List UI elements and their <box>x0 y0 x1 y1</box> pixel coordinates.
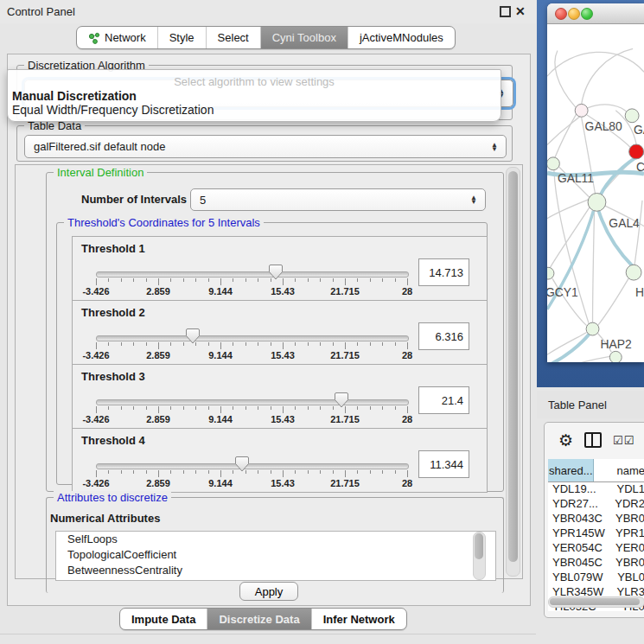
close-window-icon[interactable] <box>555 8 567 20</box>
node-label: H <box>635 285 644 299</box>
number-of-intervals-value: 5 <box>200 194 206 207</box>
numerical-attributes-label: Numerical Attributes <box>50 512 160 525</box>
tick-label: 28 <box>402 350 412 360</box>
threshold-slider-track[interactable] <box>96 271 409 277</box>
tab-label: Network <box>105 31 146 44</box>
gear-icon[interactable]: ⚙ <box>558 430 573 450</box>
tab-label: Infer Network <box>323 613 395 626</box>
settings-scrollbar[interactable] <box>506 167 520 577</box>
attributes-group: Attributes to discretize Numerical Attri… <box>46 497 504 593</box>
cell-shared-name: YBL079W <box>548 571 613 585</box>
tab-label: Discretize Data <box>219 613 299 626</box>
table-row[interactable]: YBL079WYBL0 <box>548 571 644 585</box>
node-label: GCY1 <box>547 285 578 299</box>
tick-label: 15.43 <box>271 414 295 424</box>
threshold-value-field[interactable]: 11.344 <box>418 450 469 478</box>
tab-select[interactable]: Select <box>207 27 261 48</box>
algorithm-option-equal-width-frequency-discretization[interactable]: Equal Width/Frequency Discretization <box>12 103 214 117</box>
network-node-gal11[interactable] <box>547 157 559 170</box>
cell-name: YBR0 <box>611 556 644 571</box>
table-row[interactable]: YBR045CYBR0 <box>548 556 644 571</box>
table-row[interactable]: YBR043CYBR0 <box>548 512 644 526</box>
network-node-gcy1[interactable] <box>547 267 554 279</box>
number-of-intervals-combobox[interactable]: 5 ▲▼ <box>190 188 486 211</box>
tick-label: 2.859 <box>146 414 170 424</box>
tick-label: 2.859 <box>146 350 170 360</box>
column-header-name[interactable]: name <box>594 459 644 481</box>
network-canvas[interactable]: GAL80GACGAL11GAL4GCY1HHAP2 <box>547 23 644 362</box>
threshold-value-field[interactable]: 14.713 <box>418 258 469 286</box>
checkbox-checked-icon[interactable]: ☑☑ <box>613 434 634 447</box>
network-node-h[interactable] <box>626 265 641 280</box>
table-data-group: Table Data galFiltered.sif default node … <box>16 125 513 162</box>
interval-definition-group: Interval Definition Number of Intervals … <box>46 172 504 492</box>
threshold-label: Threshold 1 <box>81 242 145 255</box>
tab-cyni-toolbox[interactable]: Cyni Toolbox <box>261 27 348 48</box>
settings-viewport: Interval Definition Number of Intervals … <box>15 164 523 579</box>
numerical-attributes-list[interactable]: SelfLoopsTopologicalCoefficientBetweenne… <box>55 531 496 581</box>
tab-label: Style <box>169 31 194 44</box>
split-columns-icon[interactable] <box>584 432 602 448</box>
network-node-hap2[interactable] <box>586 322 599 335</box>
tab-network[interactable]: Network <box>77 27 158 48</box>
attribute-item[interactable]: SelfLoops <box>56 532 495 547</box>
tab-jactivemnodules[interactable]: jActiveMNodules <box>348 27 455 48</box>
attribute-item[interactable]: BetweennessCentrality <box>56 563 495 578</box>
minimize-window-icon[interactable] <box>568 8 580 20</box>
threshold-slider-track[interactable] <box>96 399 409 405</box>
table-row[interactable]: YDL19...YDL1 <box>548 482 644 497</box>
network-window-titlebar <box>547 3 644 24</box>
network-node-gal80[interactable] <box>575 104 588 117</box>
table-row[interactable]: YPR145WYPR1 <box>548 526 644 541</box>
threshold-panel-4: Threshold 4-3.4262.8599.14415.4321.71528… <box>72 428 488 493</box>
tick-label: 21.715 <box>330 350 360 360</box>
table-row[interactable]: YER054CYER0 <box>548 541 644 556</box>
slider-ticks <box>96 470 407 477</box>
attribute-item[interactable]: TopologicalCoefficient <box>56 547 495 563</box>
threshold-slider-track[interactable] <box>96 463 409 469</box>
table-horizontal-scrollbar[interactable] <box>548 596 644 608</box>
float-window-icon[interactable] <box>500 6 511 17</box>
algorithm-hint-option[interactable]: Select algorithm to view settings <box>8 75 501 88</box>
network-window: GAL80GACGAL11GAL4GCY1HHAP2 <box>547 3 644 362</box>
node-label: GAL4 <box>609 216 640 230</box>
threshold-value-field[interactable]: 21.4 <box>418 386 469 414</box>
tick-label: -3.426 <box>82 286 109 296</box>
table-panel: ⚙ ☑☑ shared... name YDL19...YDL1YDR27...… <box>544 422 644 618</box>
table-row[interactable]: YDR27...YDR2 <box>548 497 644 512</box>
combo-arrows-icon: ▲▼ <box>470 195 477 204</box>
close-icon[interactable]: ✕ <box>515 6 526 16</box>
apply-button[interactable]: Apply <box>239 582 298 601</box>
tab-impute-data[interactable]: Impute Data <box>120 609 207 629</box>
tab-label: Impute Data <box>131 613 195 626</box>
cell-shared-name: YDL19... <box>548 482 612 497</box>
slider-ticks <box>96 406 407 413</box>
cell-shared-name: YBR043C <box>548 512 611 526</box>
threshold-label: Threshold 3 <box>81 370 145 383</box>
tab-label: Cyni Toolbox <box>272 31 336 44</box>
threshold-slider-track[interactable] <box>96 335 409 341</box>
table-header-row: shared... name <box>548 459 644 482</box>
zoom-window-icon[interactable] <box>581 8 593 20</box>
tick-label: 21.715 <box>330 286 360 296</box>
tab-infer-network[interactable]: Infer Network <box>312 609 406 629</box>
network-node[interactable] <box>609 351 622 362</box>
tick-label: 15.43 <box>271 478 295 488</box>
table-data-combobox[interactable]: galFiltered.sif default node ▲▼ <box>24 135 507 158</box>
network-node-gal4[interactable] <box>588 193 606 211</box>
algorithm-option-manual-discretization[interactable]: Manual Discretization <box>12 89 137 103</box>
tick-label: 21.715 <box>330 478 360 488</box>
network-node-c[interactable] <box>629 144 644 159</box>
bottom-tab-bar: Impute DataDiscretize DataInfer Network <box>119 608 407 630</box>
cell-shared-name: YER054C <box>548 541 611 556</box>
tab-style[interactable]: Style <box>158 27 207 48</box>
attributes-scrollbar[interactable] <box>473 532 486 580</box>
control-panel-titlebar: Control Panel ✕ <box>0 0 536 23</box>
threshold-panel-2: Threshold 2-3.4262.8599.14415.4321.71528… <box>72 300 488 365</box>
threshold-value-field[interactable]: 6.316 <box>418 322 469 350</box>
column-header-shared-name[interactable]: shared... <box>548 459 594 481</box>
network-node-ga[interactable] <box>625 109 639 123</box>
tab-discretize-data[interactable]: Discretize Data <box>207 609 311 629</box>
thresholds-group: Threshold's Coordinates for 5 Intervals … <box>56 222 488 485</box>
table-data-value: galFiltered.sif default node <box>34 140 165 153</box>
